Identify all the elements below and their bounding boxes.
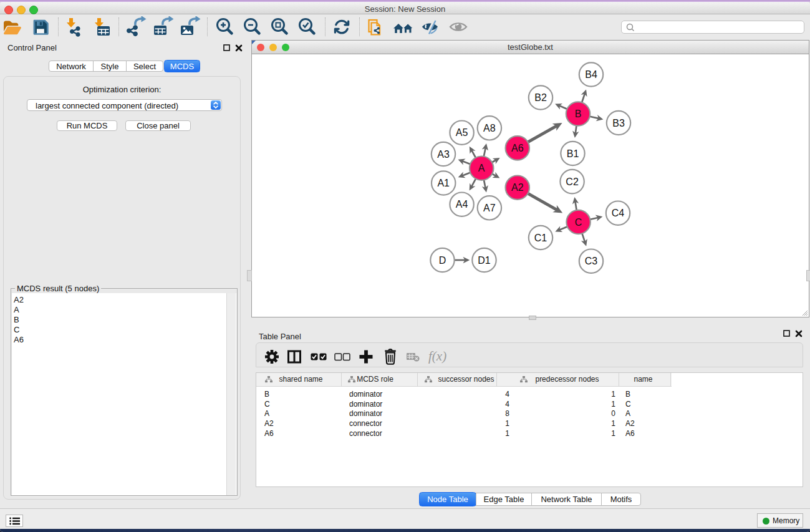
svg-text:B4: B4 bbox=[585, 69, 597, 80]
svg-text:A2: A2 bbox=[511, 182, 524, 193]
svg-text:A5: A5 bbox=[456, 127, 468, 138]
svg-text:B: B bbox=[575, 109, 582, 119]
svg-text:D: D bbox=[439, 255, 446, 266]
svg-text:f(x): f(x) bbox=[428, 349, 446, 364]
svg-text:D1: D1 bbox=[478, 255, 491, 266]
svg-text:C3: C3 bbox=[585, 256, 598, 266]
svg-text:C1: C1 bbox=[534, 233, 547, 243]
svg-text:C: C bbox=[575, 217, 582, 228]
svg-text:A3: A3 bbox=[437, 149, 450, 160]
svg-text:A6: A6 bbox=[511, 143, 524, 153]
svg-text:C2: C2 bbox=[566, 177, 579, 187]
svg-text:A: A bbox=[478, 163, 485, 173]
svg-text:C4: C4 bbox=[612, 208, 625, 218]
svg-text:A1: A1 bbox=[437, 178, 450, 188]
svg-text:A7: A7 bbox=[483, 203, 496, 213]
svg-text:B1: B1 bbox=[567, 148, 579, 159]
svg-text:A4: A4 bbox=[456, 199, 468, 210]
svg-text:A8: A8 bbox=[483, 123, 496, 133]
svg-text:B3: B3 bbox=[612, 118, 625, 128]
svg-text:B2: B2 bbox=[534, 92, 547, 103]
